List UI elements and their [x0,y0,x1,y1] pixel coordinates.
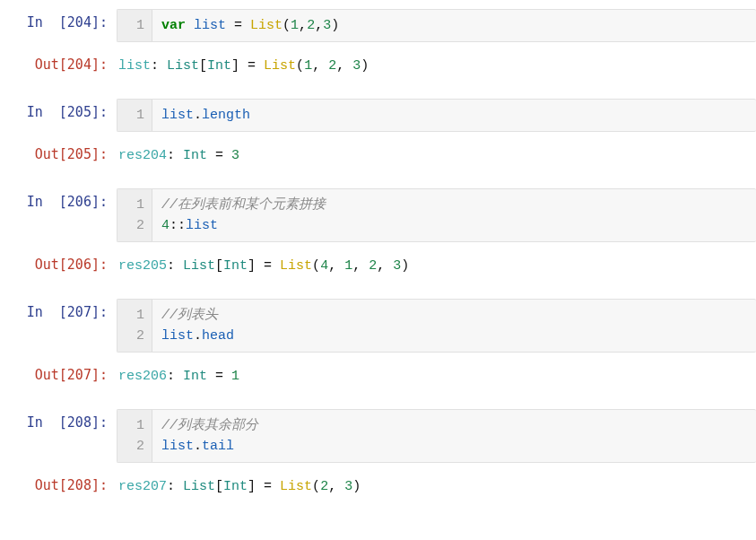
code-input-area[interactable]: 12//在列表前和某个元素拼接4::list [117,188,756,243]
code-token: 1 [291,18,299,33]
code-line[interactable]: //在列表前和某个元素拼接 [161,195,747,215]
code-token: list [186,218,218,233]
code-token: List [183,479,215,494]
code-line[interactable]: list.length [161,105,747,126]
gutter-line-number: 2 [125,215,144,236]
gutter-line-number: 1 [125,195,144,215]
code-input-area[interactable]: 12//列表头list.head [117,299,756,353]
code-line[interactable]: list.head [161,326,747,346]
code-token: 1 [344,258,352,274]
code-content[interactable]: var list = List(1,2,3) [152,10,756,41]
code-token: res204 [118,148,167,163]
output-row: Out[207]:res206: Int = 1 [9,361,756,393]
code-token: 1 [231,369,239,384]
code-token: list [118,58,151,74]
code-token: , [377,258,393,274]
notebook-cell: In [206]:12//在列表前和某个元素拼接4::listOut[206]:… [9,188,756,283]
output-row: Out[205]:res204: Int = 3 [9,141,756,172]
code-token: ( [312,258,320,274]
input-row: In [204]:1var list = List(1,2,3) [9,9,756,42]
code-token: , [336,58,352,74]
code-content[interactable]: //列表头list.head [152,300,756,353]
code-token: ] = [248,258,280,274]
output-row: Out[206]:res205: List[Int] = List(4, 1, … [9,251,756,283]
code-token: . [194,328,202,344]
out-prompt: Out[205]: [9,141,117,162]
code-token: res205 [118,258,167,274]
code-token: 3 [231,148,239,163]
input-row: In [208]:12//列表其余部分list.tail [9,409,756,464]
code-token: : [167,369,183,384]
code-line[interactable]: //列表其余部分 [161,415,747,436]
code-token: ) [401,258,409,274]
code-token: ) [331,18,339,33]
code-token: List [167,58,199,74]
code-line[interactable]: list.tail [161,436,747,457]
code-token: 2 [328,58,336,74]
notebook-cell: In [204]:1var list = List(1,2,3)Out[204]… [9,9,756,83]
out-prompt: Out[207]: [9,361,117,383]
code-token: //列表其余部分 [161,418,258,433]
code-token: 4 [161,218,169,233]
in-prompt: In [204]: [9,9,117,30]
in-prompt: In [205]: [9,99,117,120]
gutter-line-number: 1 [125,305,144,326]
code-input-area[interactable]: 1var list = List(1,2,3) [117,9,756,42]
gutter-line-number: 1 [125,105,144,126]
code-token: ( [282,18,291,33]
code-content[interactable]: list.length [152,100,756,131]
code-token: = [207,148,231,163]
code-content[interactable]: //列表其余部分list.tail [152,410,756,463]
output-content: list: List[Int] = List(1, 2, 3) [117,51,756,83]
code-token: List [264,58,296,74]
code-input-area[interactable]: 1list.length [117,99,756,132]
code-token: . [194,108,202,123]
code-token: : [167,148,183,163]
line-gutter: 1 [117,10,152,41]
code-token: tail [202,439,234,454]
code-token: length [202,108,250,123]
code-token: = [207,369,231,384]
code-token: [ [215,258,223,274]
code-token: Int [183,148,207,163]
code-token: , [315,18,323,33]
code-token: List [250,18,282,33]
code-token: : [151,58,167,74]
code-token [186,18,194,33]
notebook-cell: In [207]:12//列表头list.headOut[207]:res206… [9,299,756,393]
code-token: list [194,18,226,33]
code-token: Int [223,479,248,494]
code-token: //在列表前和某个元素拼接 [161,197,326,213]
output-row: Out[204]:list: List[Int] = List(1, 2, 3) [9,51,756,83]
gutter-line-number: 2 [125,326,144,346]
code-token: 3 [393,258,401,274]
code-token: , [352,258,369,274]
line-gutter: 12 [117,410,152,463]
code-token: , [328,258,344,274]
code-token: 2 [307,18,315,33]
code-line[interactable]: var list = List(1,2,3) [161,15,747,36]
code-line[interactable]: //列表头 [161,305,747,326]
code-token: 2 [320,479,328,494]
code-token: ( [296,58,304,74]
code-token: ] = [231,58,264,74]
code-content[interactable]: //在列表前和某个元素拼接4::list [152,189,756,242]
code-token: List [280,479,312,494]
code-input-area[interactable]: 12//列表其余部分list.tail [117,409,756,464]
code-token: list [161,328,194,344]
code-token: ] = [248,479,280,494]
code-token: 3 [352,58,361,74]
output-row: Out[208]:res207: List[Int] = List(2, 3) [9,472,756,503]
notebook-cell: In [205]:1list.lengthOut[205]:res204: In… [9,99,756,172]
output-content: res205: List[Int] = List(4, 1, 2, 3) [117,251,756,283]
code-token: ) [352,479,361,494]
line-gutter: 12 [117,300,152,353]
out-prompt: Out[204]: [9,51,117,73]
line-gutter: 12 [117,189,152,242]
code-token: : [167,479,183,494]
code-token: , [328,479,344,494]
code-line[interactable]: 4::list [161,215,747,236]
code-token: 2 [369,258,377,274]
code-token: 3 [323,18,331,33]
code-token: = [226,18,250,33]
